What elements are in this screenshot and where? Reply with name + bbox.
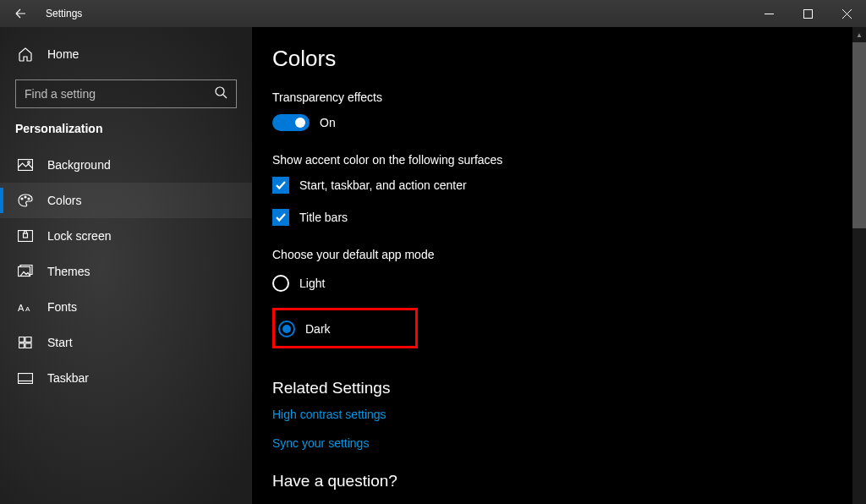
svg-rect-7: [19, 231, 33, 242]
related-title: Related Settings: [272, 379, 837, 397]
svg-point-6: [28, 198, 30, 200]
search-input[interactable]: [25, 87, 215, 101]
svg-rect-14: [19, 343, 25, 348]
sidebar-item-label: Start: [47, 336, 73, 349]
start-icon: [17, 337, 34, 348]
checkbox-start-taskbar[interactable]: Start, taskbar, and action center: [272, 177, 837, 194]
svg-rect-9: [19, 267, 30, 277]
scrollbar[interactable]: ▲: [852, 27, 866, 504]
content-pane: Colors Transparency effects On Show acce…: [252, 27, 866, 504]
search-icon: [215, 86, 227, 102]
picture-icon: [17, 159, 34, 171]
back-button[interactable]: [0, 0, 41, 27]
transparency-toggle-row: On: [272, 114, 837, 131]
svg-text:A: A: [25, 305, 30, 313]
radio-label: Dark: [305, 322, 331, 336]
search-box[interactable]: [15, 79, 237, 108]
sidebar-item-label: Taskbar: [47, 371, 89, 385]
surfaces-label: Show accent color on the following surfa…: [272, 153, 837, 167]
page-title: Colors: [272, 46, 837, 72]
home-label: Home: [47, 47, 79, 61]
category-title: Personalization: [0, 122, 252, 135]
checkbox-label: Title bars: [299, 211, 348, 224]
palette-icon: [17, 194, 34, 207]
window-title: Settings: [46, 8, 82, 19]
sidebar-item-background[interactable]: Background: [0, 147, 252, 183]
minimize-button[interactable]: [749, 0, 788, 27]
radio-label: Light: [299, 277, 325, 290]
svg-rect-16: [19, 373, 33, 383]
radio-icon: [278, 320, 295, 337]
sidebar-item-label: Colors: [47, 194, 81, 207]
sidebar-item-label: Themes: [47, 265, 90, 278]
sidebar-item-fonts[interactable]: AA Fonts: [0, 289, 252, 325]
svg-rect-12: [19, 337, 25, 342]
link-sync-settings[interactable]: Sync your settings: [272, 436, 837, 450]
sidebar: Home Personalization Background Colors L…: [0, 27, 252, 504]
svg-point-4: [21, 198, 23, 200]
svg-rect-15: [25, 343, 31, 348]
lock-icon: [17, 230, 34, 242]
sidebar-item-lockscreen[interactable]: Lock screen: [0, 218, 252, 254]
radio-light[interactable]: Light: [272, 271, 837, 295]
sidebar-item-themes[interactable]: Themes: [0, 254, 252, 289]
highlight-box: Dark: [272, 308, 418, 348]
fonts-icon: AA: [17, 301, 34, 313]
link-high-contrast[interactable]: High contrast settings: [272, 408, 837, 421]
svg-point-3: [28, 162, 30, 164]
checkbox-label: Start, taskbar, and action center: [299, 178, 467, 192]
home-button[interactable]: Home: [0, 37, 252, 71]
scroll-up-icon[interactable]: ▲: [852, 27, 866, 42]
window-controls: [749, 0, 866, 27]
appmode-label: Choose your default app mode: [272, 248, 837, 261]
taskbar-icon: [17, 373, 34, 384]
sidebar-item-taskbar[interactable]: Taskbar: [0, 360, 252, 396]
scrollbar-thumb[interactable]: [852, 42, 866, 228]
home-icon: [17, 47, 34, 62]
radio-icon: [272, 275, 289, 292]
sidebar-item-colors[interactable]: Colors: [0, 183, 252, 218]
transparency-label: Transparency effects: [272, 90, 837, 104]
sidebar-item-label: Lock screen: [47, 229, 111, 243]
title-bar: Settings: [0, 0, 866, 27]
maximize-button[interactable]: [788, 0, 827, 27]
sidebar-item-label: Fonts: [47, 300, 77, 314]
svg-point-1: [216, 87, 224, 96]
question-title: Have a question?: [272, 472, 837, 490]
radio-dark[interactable]: Dark: [278, 317, 331, 341]
close-button[interactable]: [827, 0, 866, 27]
checkbox-icon: [272, 177, 289, 194]
svg-text:A: A: [18, 303, 25, 313]
transparency-state: On: [320, 116, 336, 129]
svg-rect-13: [25, 337, 31, 342]
sidebar-item-label: Background: [47, 158, 111, 172]
checkbox-icon: [272, 209, 289, 226]
svg-point-5: [25, 196, 26, 198]
search-container: [15, 79, 237, 108]
themes-icon: [17, 265, 34, 278]
transparency-toggle[interactable]: [272, 114, 310, 131]
svg-rect-0: [803, 9, 812, 18]
svg-rect-8: [24, 233, 28, 238]
checkbox-titlebars[interactable]: Title bars: [272, 209, 837, 226]
sidebar-item-start[interactable]: Start: [0, 325, 252, 360]
